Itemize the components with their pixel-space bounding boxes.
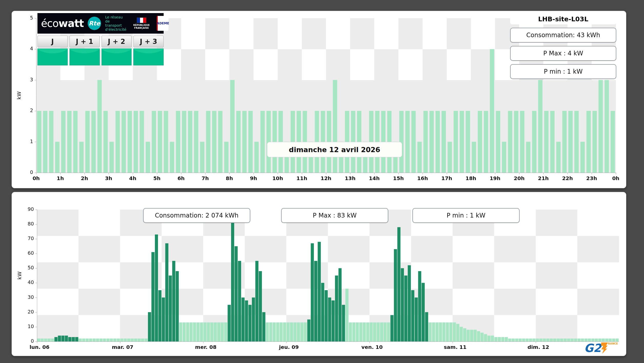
ecowatt-signal-thumbnail-j2[interactable] [102, 48, 132, 65]
daily-chart-panel: écowatt Rte Le réseau de transport d'éle… [12, 11, 626, 188]
tab-j[interactable]: J [37, 36, 68, 47]
republique-francaise-logo: RÉPUBLIQUE FRANÇAISE [131, 17, 153, 29]
forecast-tabs: J J + 1 J + 2 J + 3 [37, 36, 164, 47]
ecowatt-signal-thumbnail-j[interactable] [37, 48, 68, 65]
rte-logo-icon: Rte [88, 17, 101, 30]
french-flag-icon [137, 17, 146, 23]
weekly-chart-panel: Consommation: 2 074 kWh P Max : 83 kW P … [12, 192, 626, 356]
daily-consumption-badge: Consommation: 43 kWh [510, 28, 616, 43]
site-label: LHB-site-L03L [510, 14, 616, 24]
weekly-pmax-badge: P Max : 83 kW [281, 208, 388, 223]
rte-caption: Le réseau de transport d'électricité [105, 15, 126, 32]
ademe-logo: ADEME [157, 16, 169, 31]
ecowatt-watt-text: watt [58, 17, 84, 29]
g2e-france-text: FRANCE [606, 342, 618, 345]
ecowatt-wordmark: écowatt [41, 17, 84, 29]
ecowatt-signal-thumbnail-j3[interactable] [133, 48, 164, 65]
daily-pmax-badge: P Max : 4 kW [510, 46, 616, 61]
tab-j3[interactable]: J + 3 [133, 36, 164, 47]
ecowatt-logo: écowatt Rte Le réseau de transport d'éle… [37, 13, 164, 34]
weekly-pmin-badge: P min : 1 kW [412, 208, 520, 223]
ecowatt-signal-thumbnail-j1[interactable] [70, 48, 100, 65]
daily-stats: LHB-site-L03L Consommation: 43 kWh P Max… [510, 14, 616, 79]
republique-label: RÉPUBLIQUE FRANÇAISE [131, 24, 153, 29]
tab-j2[interactable]: J + 2 [102, 36, 132, 47]
tab-j1[interactable]: J + 1 [70, 36, 100, 47]
g2e-text: G2 [584, 342, 601, 354]
g2e-logo: G2 FRANCE [584, 339, 619, 354]
forecast-thumbnails [37, 48, 164, 65]
daily-pmin-badge: P min : 1 kW [510, 64, 616, 79]
date-label: dimanche 12 avril 2026 [267, 142, 402, 157]
weekly-consumption-badge: Consommation: 2 074 kWh [143, 208, 250, 223]
ecowatt-eco-text: éco [41, 17, 58, 29]
